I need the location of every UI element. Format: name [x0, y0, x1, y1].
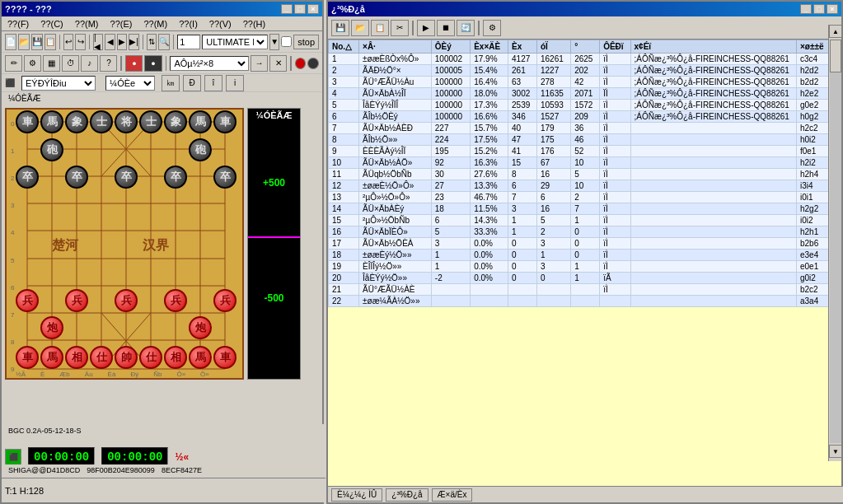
engine-select[interactable]: ULTIMATE FIG [202, 35, 268, 49]
x-btn[interactable]: ✕ [269, 55, 287, 72]
right-maximize-button[interactable]: □ [813, 4, 825, 14]
piece-black-horse-right[interactable]: 馬 [189, 110, 212, 133]
edit-btn[interactable]: ✏ [5, 55, 22, 72]
table-row[interactable]: 20ÎåÈÝý½Ö»»-20.0%001ïÃg0i2 [329, 273, 831, 284]
col-move[interactable]: ×ø±±ë [796, 40, 831, 54]
table-row[interactable]: 21ÃÜ°ÆÃÜ½ÀÈïÌb2c2 [329, 284, 831, 296]
piece-black-cannon-left[interactable]: 砲 [40, 138, 63, 161]
piece-black-pawn1[interactable]: 卒 [16, 166, 39, 189]
engine-settings-btn[interactable]: ▼ [269, 34, 279, 50]
menu-m1[interactable]: ??(M) [73, 18, 101, 30]
engine-num-input[interactable]: 1 [177, 35, 200, 49]
rt-btn7[interactable]: 🔄 [457, 20, 475, 36]
piece-black-advisor-left[interactable]: 士 [90, 110, 113, 133]
table-row[interactable]: 7ÃÜ×Äb½ÀÈÐ22715.7%4017936ïÌh2c2 [329, 123, 831, 134]
piece-red-pawn1[interactable]: 兵 [16, 289, 39, 312]
piece-red-rook-left[interactable]: 車 [16, 346, 39, 369]
piece-red-bishop-left[interactable]: 相 [65, 346, 88, 369]
piece-red-king[interactable]: 帥 [115, 346, 138, 369]
table-row[interactable]: 22±øæ¼ÃÀ½Ö»»a3a4 [329, 296, 831, 307]
menu-m2[interactable]: ??(M) [141, 18, 170, 30]
piece-black-rook-left[interactable]: 車 [16, 110, 39, 133]
extra-btn2[interactable]: Ð [183, 75, 201, 91]
col-wins[interactable]: Èx [508, 40, 537, 54]
table-row[interactable]: 18±øæÈý½Ö»»10.0%010ïÌe3e4 [329, 250, 831, 261]
stop-button[interactable]: stop [293, 35, 319, 49]
rt-btn2[interactable]: 📂 [351, 20, 369, 36]
dot1-btn[interactable] [295, 58, 306, 69]
dropdown2-select[interactable]: EÝÐÝÎÐiu [21, 76, 96, 91]
piece-black-elephant-right[interactable]: 象 [164, 110, 187, 133]
undo-btn[interactable]: ↩ [63, 34, 73, 50]
tab-1[interactable]: È¼¿¼¿ ÌÛ [331, 488, 382, 502]
col-games[interactable]: óÏ [536, 40, 570, 54]
engine-checkbox[interactable] [281, 36, 292, 47]
piece-red-pawn5[interactable]: 兵 [213, 289, 237, 312]
rt-btn4[interactable]: ✂ [391, 20, 409, 36]
table-row[interactable]: 13²µÔ»½Ö»Ô»2346.7%762ïÌi0i1 [329, 192, 831, 203]
piece-red-pawn3[interactable]: 兵 [115, 289, 138, 312]
menu-v[interactable]: ??(V) [207, 18, 234, 30]
piece-black-horse-left[interactable]: 馬 [40, 110, 63, 133]
table-row[interactable]: 2ÃÄÐ½Ö°×10000515.4%2611227202ïÌ;ÁÔÑæ¿³%Ô… [329, 65, 831, 77]
table-row[interactable]: 3ÃÜ°ÆÃÜ½Àu10000016.4%6327842ïÌ;ÁÔÑæ¿³%Ô¿… [329, 77, 831, 88]
close-button[interactable]: × [307, 4, 319, 14]
col-no[interactable]: No.△ [329, 40, 359, 54]
piece-red-horse-right[interactable]: 馬 [189, 346, 212, 369]
piece-black-advisor-right[interactable]: 士 [139, 110, 162, 133]
rt-btn6[interactable]: ⏹ [437, 20, 455, 36]
col-moves[interactable]: ×Â· [359, 40, 432, 54]
extra-btn4[interactable]: i [226, 75, 244, 91]
dropdown1-select[interactable]: AÔµ½²×8 [170, 56, 249, 71]
table-row[interactable]: 6ÃÎb½ÖÈý10000016.6%3461527209ïÌ;ÁÔÑæ¿³%Ô… [329, 111, 831, 123]
sound-btn[interactable]: ♪ [81, 55, 98, 72]
menu-i[interactable]: ??(I) [176, 18, 200, 30]
tab-2[interactable]: ¿³%Ð¿å [386, 488, 428, 502]
extra-btn1[interactable]: ㎞ [162, 75, 180, 91]
piece-black-elephant-left[interactable]: 象 [65, 110, 88, 133]
rt-btn1[interactable]: 💾 [331, 20, 349, 36]
rt-btn8[interactable]: ⚙ [483, 20, 501, 36]
col-nodes[interactable]: ÔÈý [431, 40, 470, 54]
right-minimize-button[interactable]: _ [800, 4, 812, 14]
scroll-track[interactable] [830, 40, 841, 443]
col-pct[interactable]: Èx×ÄÈ [471, 40, 508, 54]
piece-red-pawn4[interactable]: 兵 [164, 289, 187, 312]
arrow-btn[interactable]: → [251, 55, 268, 72]
menu-c[interactable]: ??(C) [38, 18, 66, 30]
piece-black-cannon-right[interactable]: 砲 [189, 138, 212, 161]
minimize-button[interactable]: _ [281, 4, 293, 14]
extra-btn3[interactable]: î [204, 75, 222, 91]
piece-black-pawn4[interactable]: 卒 [164, 166, 187, 189]
table-row[interactable]: 10ÃÜ×Äb½ÀÖ»9216.3%156710ïÌh2i2 [329, 157, 831, 169]
table-row[interactable]: 1±øæÈßÒx%Ô»10000217.9%4127162612625ïÌ;ÁÔ… [329, 54, 831, 65]
table-row[interactable]: 14ÃÜ×ÄbÀÈý1811.5%3167ïÌh2g2 [329, 203, 831, 215]
table-row[interactable]: 12±øæÈ½Ö»Ô»2713.3%62910ïÌi3i4 [329, 180, 831, 192]
piece-red-cannon-left[interactable]: 炮 [40, 316, 63, 339]
piece-red-guard-left[interactable]: 仕 [90, 346, 113, 369]
piece-black-pawn5[interactable]: 卒 [213, 166, 237, 189]
save-btn[interactable]: 💾 [31, 34, 43, 50]
new-btn[interactable]: 📄 [5, 34, 16, 50]
next-btn[interactable]: ▶ [117, 34, 127, 50]
piece-black-pawn2[interactable]: 卒 [65, 166, 88, 189]
rt-btn5[interactable]: ▶ [417, 20, 435, 36]
menu-h[interactable]: ??(H) [241, 18, 269, 30]
col-draws[interactable]: ° [571, 40, 600, 54]
rt-btn3[interactable]: 📋 [371, 20, 389, 36]
table-row[interactable]: 16ÃÜ×ÄbÏÈÔ»533.3%120ïÌh2h1 [329, 226, 831, 238]
flip-btn[interactable]: ⇅ [147, 34, 157, 50]
red-piece[interactable]: ● [125, 55, 143, 72]
piece-red-horse-left[interactable]: 馬 [40, 346, 63, 369]
copy-btn[interactable]: 📋 [44, 34, 56, 50]
piece-red-guard-right[interactable]: 仕 [139, 346, 162, 369]
table-row[interactable]: 9ÈÈÈÃÀý½ÎÏ19515.2%4117652ïÌf0e1 [329, 146, 831, 157]
maximize-button[interactable]: □ [294, 4, 306, 14]
piece-red-cannon-right[interactable]: 炮 [189, 316, 212, 339]
piece-red-bishop-right[interactable]: 相 [164, 346, 187, 369]
scroll-thumb[interactable] [830, 40, 841, 72]
black-piece[interactable]: ● [144, 55, 162, 72]
open-btn[interactable]: 📂 [18, 34, 30, 50]
analyze-btn[interactable]: 🔍 [158, 34, 170, 50]
scroll-down-button[interactable]: ▼ [829, 445, 842, 458]
